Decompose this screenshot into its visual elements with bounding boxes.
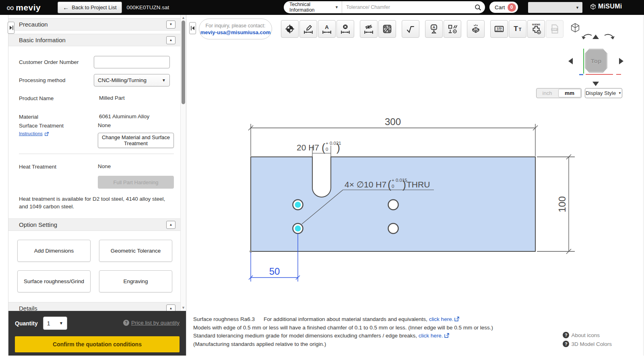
dxf-export-button: DXF bbox=[546, 20, 564, 38]
dimension-offset-value[interactable]: 50 bbox=[269, 266, 280, 277]
inquiry-text: For inquiry, please contact: bbox=[205, 23, 265, 29]
topbar: ∞ meviy ← Back to Project List 000KE0TUZ… bbox=[0, 0, 644, 15]
basic-information-collapse-button[interactable]: ▲ bbox=[166, 36, 175, 44]
hole-left-top[interactable] bbox=[293, 200, 303, 210]
sidebar-scrollbar[interactable]: ▲ ▼ bbox=[180, 15, 186, 311]
svg-text:0: 0 bbox=[392, 184, 394, 189]
section-details[interactable]: Details ▲ bbox=[8, 302, 180, 311]
cart-button[interactable]: Cart 0 bbox=[489, 2, 518, 13]
quotation-footer: Quantity 1 ▼ ? Price list by quantity Co… bbox=[8, 311, 186, 356]
surface-roughness-button[interactable] bbox=[402, 20, 419, 38]
misumi-name: MiSUMi bbox=[598, 3, 622, 10]
origin-datum-button[interactable] bbox=[281, 20, 299, 38]
six-views-button[interactable]: 6VIEWS bbox=[527, 20, 545, 38]
material-value: 6061 Aluminum Alloy bbox=[94, 111, 149, 120]
section-precaution[interactable]: Precaution ▼ bbox=[8, 18, 180, 31]
note-line-3: Standard tolerancing medium grade for mo… bbox=[193, 332, 493, 340]
customer-order-number-input[interactable] bbox=[94, 56, 170, 68]
dimension-text-button[interactable]: A bbox=[318, 20, 336, 38]
dimension-width-value[interactable]: 300 bbox=[385, 116, 401, 127]
text-size-button[interactable]: TT bbox=[509, 20, 526, 38]
section-option-setting[interactable]: Option Setting ▲ bbox=[8, 218, 180, 231]
chevron-down-icon: ▼ bbox=[59, 321, 63, 325]
y-axis-indicator bbox=[583, 49, 584, 74]
processing-method-value: CNC-Milling/Turning bbox=[98, 77, 147, 83]
surface-roughness-icon bbox=[405, 24, 416, 34]
delete-dimension-button[interactable] bbox=[336, 20, 354, 38]
option-setting-title: Option Setting bbox=[19, 221, 57, 228]
model-colors-link[interactable]: ? 3D Model Colors bbox=[563, 341, 612, 347]
view-left-arrow[interactable] bbox=[568, 58, 573, 64]
surface-roughness-grind-button[interactable]: Surface roughness/Grind bbox=[17, 270, 91, 292]
view-right-arrow[interactable] bbox=[619, 58, 623, 64]
hole-right-top[interactable] bbox=[388, 200, 398, 210]
help-search-bar: Technical Information ▼ bbox=[284, 1, 485, 13]
processing-method-select[interactable]: CNC-Milling/Turning ▼ bbox=[94, 74, 170, 86]
datum-label-button[interactable]: A bbox=[425, 20, 443, 38]
svg-text:THRU: THRU bbox=[407, 180, 430, 189]
geometric-tolerance-button-toolbar[interactable] bbox=[444, 20, 461, 38]
search-icon bbox=[475, 4, 481, 11]
inquiry-contact-card: For inquiry, please contact: meviy-usa@m… bbox=[199, 19, 272, 39]
back-button-label: Back to Project List bbox=[72, 4, 116, 10]
hole-right-bottom[interactable] bbox=[388, 224, 398, 234]
view-up-arrow[interactable] bbox=[592, 35, 599, 39]
back-arrow-icon: ← bbox=[63, 4, 69, 11]
add-dimensions-button[interactable]: Add Dimensions bbox=[17, 240, 91, 262]
unit-mm-option[interactable]: mm bbox=[558, 89, 581, 97]
back-to-project-list-button[interactable]: ← Back to Project List bbox=[58, 2, 122, 13]
dimensions-123-button[interactable]: 123 bbox=[490, 20, 508, 38]
misumi-logo[interactable]: MiSUMi bbox=[590, 3, 622, 10]
text-size-icon: TT bbox=[512, 24, 523, 34]
rotate-clockwise-icon[interactable] bbox=[604, 34, 615, 44]
meviy-logo[interactable]: ∞ meviy bbox=[6, 3, 41, 12]
search-button[interactable] bbox=[471, 1, 485, 13]
hole-pattern-button[interactable] bbox=[378, 20, 396, 38]
sidebar-collapse-handle[interactable] bbox=[8, 22, 14, 34]
click-here-link-2[interactable]: click here. bbox=[419, 333, 443, 339]
quantity-select[interactable]: 1 ▼ bbox=[43, 317, 67, 330]
viewcube-top-face[interactable]: Top bbox=[585, 49, 607, 73]
change-material-surface-button[interactable]: Change Material and Surface Treatment bbox=[98, 133, 174, 148]
inquiry-email-link[interactable]: meviy-usa@misumiusa.com bbox=[200, 29, 271, 35]
isometric-view-icon[interactable] bbox=[571, 23, 580, 34]
about-icons-link[interactable]: ? About icons bbox=[563, 332, 600, 338]
svg-text:(: ( bbox=[388, 179, 391, 191]
view-down-arrow[interactable] bbox=[592, 82, 599, 86]
dimension-height-value[interactable]: 100 bbox=[557, 196, 568, 212]
instructions-link[interactable]: Instructions bbox=[19, 130, 49, 137]
precaution-expand-button[interactable]: ▼ bbox=[166, 21, 175, 29]
click-here-link-1[interactable]: click here. bbox=[429, 316, 454, 322]
rotate-counterclockwise-icon[interactable] bbox=[581, 34, 592, 44]
search-category-select[interactable]: Technical Information ▼ bbox=[284, 1, 342, 13]
origin-datum-icon bbox=[285, 24, 295, 34]
search-input[interactable] bbox=[342, 4, 471, 10]
hole-left-bottom[interactable] bbox=[293, 224, 303, 234]
geometric-tolerance-button[interactable]: Geometric Tolerance bbox=[99, 240, 172, 262]
hole-callout[interactable]: 4× ∅10 H7 ( + 0.015 0 ) THRU bbox=[345, 178, 430, 191]
confirm-quotation-button[interactable]: Confirm the quotation conditions bbox=[15, 336, 180, 352]
details-collapse-button[interactable]: ▲ bbox=[166, 304, 175, 311]
account-select[interactable]: ▼ bbox=[528, 2, 582, 13]
section-basic-information[interactable]: Basic Information ▲ bbox=[8, 34, 180, 46]
brand-name: meviy bbox=[16, 3, 41, 12]
hide-dimension-button[interactable] bbox=[360, 20, 378, 38]
price-list-by-quantity-link[interactable]: ? Price list by quantity bbox=[123, 320, 180, 326]
external-link-icon bbox=[444, 333, 449, 338]
scroll-up-arrow[interactable]: ▲ bbox=[182, 16, 185, 20]
chevron-down-icon: ▼ bbox=[618, 91, 621, 95]
note-line-4: (Manufacturing standards applied relativ… bbox=[193, 340, 493, 349]
unit-inch-option[interactable]: inch bbox=[537, 88, 558, 98]
engraving-button[interactable]: Engraving bbox=[99, 270, 172, 292]
divider bbox=[19, 154, 174, 154]
model-colors-label: 3D Model Colors bbox=[571, 341, 612, 347]
option-setting-collapse-button[interactable]: ▲ bbox=[166, 221, 175, 229]
svg-text:T: T bbox=[514, 25, 518, 33]
edit-dimension-button[interactable] bbox=[299, 20, 317, 38]
dimension-text-icon: A bbox=[322, 24, 332, 34]
display-style-button[interactable]: Display Style ▼ bbox=[585, 88, 622, 98]
scroll-down-arrow[interactable]: ▼ bbox=[182, 306, 185, 310]
canvas-collapse-handle[interactable] bbox=[189, 22, 196, 34]
engraving-button-toolbar[interactable]: A bbox=[467, 20, 485, 38]
scrollbar-thumb[interactable] bbox=[182, 21, 185, 104]
